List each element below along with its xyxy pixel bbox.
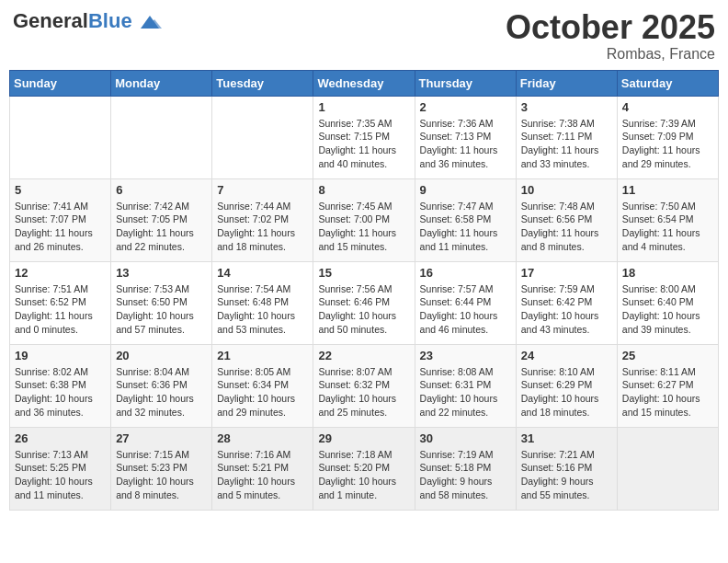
calendar-cell: 25Sunrise: 8:11 AM Sunset: 6:27 PM Dayli…: [617, 344, 718, 427]
calendar-cell: 8Sunrise: 7:45 AM Sunset: 7:00 PM Daylig…: [313, 178, 415, 261]
calendar-cell: 3Sunrise: 7:38 AM Sunset: 7:11 PM Daylig…: [516, 96, 617, 178]
weekday-header: Friday: [516, 70, 617, 96]
logo-icon: [136, 12, 164, 30]
day-info: Sunrise: 8:04 AM Sunset: 6:36 PM Dayligh…: [116, 365, 207, 419]
calendar-cell: 13Sunrise: 7:53 AM Sunset: 6:50 PM Dayli…: [111, 261, 212, 344]
day-number: 14: [217, 266, 308, 280]
calendar-cell: 2Sunrise: 7:36 AM Sunset: 7:13 PM Daylig…: [415, 96, 516, 178]
day-info: Sunrise: 8:05 AM Sunset: 6:34 PM Dayligh…: [217, 365, 308, 419]
calendar-cell: 21Sunrise: 8:05 AM Sunset: 6:34 PM Dayli…: [212, 344, 313, 427]
day-info: Sunrise: 7:45 AM Sunset: 7:00 PM Dayligh…: [318, 200, 409, 254]
day-number: 10: [521, 183, 612, 197]
day-number: 8: [318, 183, 409, 197]
day-info: Sunrise: 7:51 AM Sunset: 6:52 PM Dayligh…: [15, 282, 106, 337]
day-number: 13: [116, 266, 207, 280]
calendar-cell: 4Sunrise: 7:39 AM Sunset: 7:09 PM Daylig…: [617, 96, 718, 178]
calendar-cell: 18Sunrise: 8:00 AM Sunset: 6:40 PM Dayli…: [617, 261, 718, 344]
day-info: Sunrise: 7:18 AM Sunset: 5:20 PM Dayligh…: [318, 448, 409, 502]
day-number: 3: [521, 100, 612, 114]
day-number: 30: [420, 431, 511, 445]
weekday-header: Tuesday: [212, 70, 313, 96]
title-block: October 2025 Rombas, France: [506, 9, 715, 63]
logo-text: GeneralBlue: [13, 9, 132, 33]
day-info: Sunrise: 8:00 AM Sunset: 6:40 PM Dayligh…: [622, 282, 713, 337]
day-number: 1: [318, 100, 409, 114]
calendar-cell: 28Sunrise: 7:16 AM Sunset: 5:21 PM Dayli…: [212, 427, 313, 510]
day-info: Sunrise: 7:15 AM Sunset: 5:23 PM Dayligh…: [116, 448, 207, 502]
calendar-cell: 22Sunrise: 8:07 AM Sunset: 6:32 PM Dayli…: [313, 344, 415, 427]
day-number: 28: [217, 431, 308, 445]
day-number: 2: [420, 100, 511, 114]
calendar-cell: 6Sunrise: 7:42 AM Sunset: 7:05 PM Daylig…: [111, 178, 212, 261]
calendar-cell: [212, 96, 313, 178]
weekday-header: Wednesday: [313, 70, 415, 96]
calendar-table: SundayMondayTuesdayWednesdayThursdayFrid…: [9, 70, 719, 511]
calendar-cell: 17Sunrise: 7:59 AM Sunset: 6:42 PM Dayli…: [516, 261, 617, 344]
location: Rombas, France: [506, 46, 715, 63]
day-info: Sunrise: 7:59 AM Sunset: 6:42 PM Dayligh…: [521, 282, 612, 337]
day-number: 18: [622, 266, 713, 280]
day-number: 27: [116, 431, 207, 445]
day-info: Sunrise: 7:48 AM Sunset: 6:56 PM Dayligh…: [521, 200, 612, 254]
day-info: Sunrise: 7:56 AM Sunset: 6:46 PM Dayligh…: [318, 282, 409, 337]
weekday-header: Monday: [111, 70, 212, 96]
day-number: 19: [15, 349, 106, 362]
logo: GeneralBlue: [13, 9, 164, 33]
calendar-cell: [10, 96, 111, 178]
day-info: Sunrise: 7:54 AM Sunset: 6:48 PM Dayligh…: [217, 282, 308, 337]
day-number: 29: [318, 431, 409, 445]
day-number: 22: [318, 349, 409, 362]
calendar-week-row: 26Sunrise: 7:13 AM Sunset: 5:25 PM Dayli…: [10, 427, 719, 510]
calendar-cell: 16Sunrise: 7:57 AM Sunset: 6:44 PM Dayli…: [415, 261, 516, 344]
weekday-header-row: SundayMondayTuesdayWednesdayThursdayFrid…: [10, 70, 719, 96]
day-info: Sunrise: 8:11 AM Sunset: 6:27 PM Dayligh…: [622, 365, 713, 419]
day-number: 24: [521, 349, 612, 362]
calendar-week-row: 19Sunrise: 8:02 AM Sunset: 6:38 PM Dayli…: [10, 344, 719, 427]
day-info: Sunrise: 8:10 AM Sunset: 6:29 PM Dayligh…: [521, 365, 612, 419]
calendar-cell: 31Sunrise: 7:21 AM Sunset: 5:16 PM Dayli…: [516, 427, 617, 510]
calendar-cell: 30Sunrise: 7:19 AM Sunset: 5:18 PM Dayli…: [415, 427, 516, 510]
calendar-cell: 29Sunrise: 7:18 AM Sunset: 5:20 PM Dayli…: [313, 427, 415, 510]
day-number: 26: [15, 431, 106, 445]
day-number: 4: [622, 100, 713, 114]
day-info: Sunrise: 7:41 AM Sunset: 7:07 PM Dayligh…: [15, 200, 106, 254]
calendar-cell: [617, 427, 718, 510]
day-info: Sunrise: 7:39 AM Sunset: 7:09 PM Dayligh…: [622, 117, 713, 171]
day-number: 17: [521, 266, 612, 280]
calendar-cell: 12Sunrise: 7:51 AM Sunset: 6:52 PM Dayli…: [10, 261, 111, 344]
day-info: Sunrise: 7:57 AM Sunset: 6:44 PM Dayligh…: [420, 282, 511, 337]
weekday-header: Sunday: [10, 70, 111, 96]
weekday-header: Thursday: [415, 70, 516, 96]
calendar-cell: [111, 96, 212, 178]
month-title: October 2025: [506, 9, 715, 46]
day-info: Sunrise: 8:07 AM Sunset: 6:32 PM Dayligh…: [318, 365, 409, 419]
day-info: Sunrise: 7:16 AM Sunset: 5:21 PM Dayligh…: [217, 448, 308, 502]
calendar-cell: 10Sunrise: 7:48 AM Sunset: 6:56 PM Dayli…: [516, 178, 617, 261]
day-info: Sunrise: 7:42 AM Sunset: 7:05 PM Dayligh…: [116, 200, 207, 254]
day-info: Sunrise: 7:36 AM Sunset: 7:13 PM Dayligh…: [420, 117, 511, 171]
day-info: Sunrise: 8:08 AM Sunset: 6:31 PM Dayligh…: [420, 365, 511, 419]
page-header: GeneralBlue October 2025 Rombas, France: [9, 9, 719, 63]
calendar-cell: 15Sunrise: 7:56 AM Sunset: 6:46 PM Dayli…: [313, 261, 415, 344]
day-number: 16: [420, 266, 511, 280]
calendar-cell: 1Sunrise: 7:35 AM Sunset: 7:15 PM Daylig…: [313, 96, 415, 178]
calendar-week-row: 12Sunrise: 7:51 AM Sunset: 6:52 PM Dayli…: [10, 261, 719, 344]
day-info: Sunrise: 7:13 AM Sunset: 5:25 PM Dayligh…: [15, 448, 106, 502]
day-number: 25: [622, 349, 713, 362]
day-info: Sunrise: 7:53 AM Sunset: 6:50 PM Dayligh…: [116, 282, 207, 337]
day-number: 7: [217, 183, 308, 197]
calendar-week-row: 1Sunrise: 7:35 AM Sunset: 7:15 PM Daylig…: [10, 96, 719, 178]
day-number: 12: [15, 266, 106, 280]
day-number: 5: [15, 183, 106, 197]
day-info: Sunrise: 8:02 AM Sunset: 6:38 PM Dayligh…: [15, 365, 106, 419]
weekday-header: Saturday: [617, 70, 718, 96]
day-info: Sunrise: 7:19 AM Sunset: 5:18 PM Dayligh…: [420, 448, 511, 502]
calendar-cell: 14Sunrise: 7:54 AM Sunset: 6:48 PM Dayli…: [212, 261, 313, 344]
calendar-cell: 11Sunrise: 7:50 AM Sunset: 6:54 PM Dayli…: [617, 178, 718, 261]
calendar-cell: 26Sunrise: 7:13 AM Sunset: 5:25 PM Dayli…: [10, 427, 111, 510]
day-number: 9: [420, 183, 511, 197]
calendar-cell: 20Sunrise: 8:04 AM Sunset: 6:36 PM Dayli…: [111, 344, 212, 427]
day-info: Sunrise: 7:50 AM Sunset: 6:54 PM Dayligh…: [622, 200, 713, 254]
day-info: Sunrise: 7:44 AM Sunset: 7:02 PM Dayligh…: [217, 200, 308, 254]
day-info: Sunrise: 7:21 AM Sunset: 5:16 PM Dayligh…: [521, 448, 612, 502]
